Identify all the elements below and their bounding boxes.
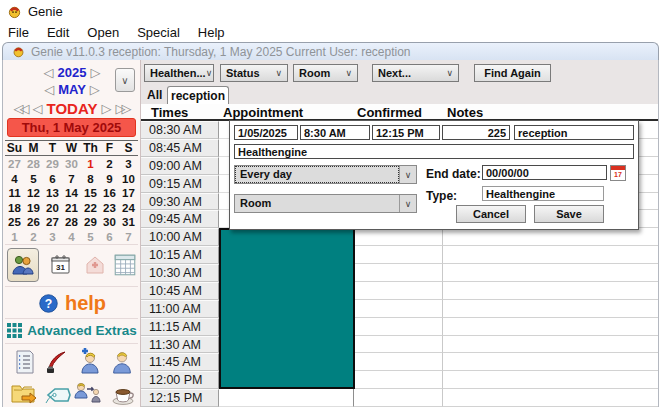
menu-special[interactable]: Special <box>129 23 190 42</box>
calendar-day[interactable]: 20 <box>43 201 62 216</box>
calendar-day[interactable]: 29 <box>81 215 100 230</box>
calendar-day[interactable]: 14 <box>62 186 81 201</box>
calendar-day[interactable]: 3 <box>43 230 62 245</box>
calendar-day[interactable]: 6 <box>100 230 119 245</box>
calendar-day[interactable]: 26 <box>24 215 43 230</box>
calendar-day[interactable]: 6 <box>43 172 62 187</box>
calendar-day[interactable]: 4 <box>5 172 24 187</box>
transfer-patient-button[interactable] <box>73 378 103 407</box>
clinic-button[interactable] <box>79 248 111 282</box>
confirmed-cell[interactable] <box>354 228 443 246</box>
next-month-arrow[interactable]: ▷ <box>90 83 100 96</box>
calendar-day[interactable]: 7 <box>119 230 138 245</box>
help-button[interactable]: ? help <box>3 292 141 315</box>
forward-week-arrow[interactable]: ▷▷ <box>115 102 127 115</box>
prev-year-arrow[interactable]: ◁ <box>44 66 54 79</box>
calendar-day[interactable]: 5 <box>81 230 100 245</box>
patient-button[interactable] <box>107 346 137 376</box>
type-field[interactable] <box>482 186 604 201</box>
add-patient-button[interactable] <box>73 346 103 376</box>
healthengine-appointment-block[interactable] <box>219 228 355 389</box>
notes-cell[interactable] <box>443 371 658 389</box>
calendar-day[interactable]: 17 <box>119 186 138 201</box>
notes-cell[interactable] <box>443 336 658 354</box>
calendar-day[interactable]: 28 <box>24 157 43 172</box>
calendar-day[interactable]: 31 <box>119 215 138 230</box>
notes-cell[interactable] <box>443 318 658 336</box>
today-button[interactable]: TODAY <box>47 100 98 117</box>
export-records-button[interactable] <box>9 378 39 407</box>
calendar-day[interactable]: 2 <box>24 230 43 245</box>
calendar-day[interactable]: 4 <box>62 230 81 245</box>
day-calendar-button[interactable]: 31 <box>45 248 77 282</box>
confirmed-cell[interactable] <box>354 300 443 318</box>
appointment-name-field[interactable] <box>234 144 634 159</box>
calendar-day[interactable]: 24 <box>119 201 138 216</box>
filter-dropdown-healthen[interactable]: Healthen...∨ <box>144 64 214 82</box>
tab-all[interactable]: All <box>147 88 162 102</box>
calendar-day[interactable]: 1 <box>5 230 24 245</box>
calendar-day[interactable]: 5 <box>24 172 43 187</box>
calendar-day[interactable]: 3 <box>119 157 138 172</box>
notes-cell[interactable] <box>443 264 658 282</box>
cancel-button[interactable]: Cancel <box>456 205 526 223</box>
calendar-day[interactable]: 30 <box>62 157 81 172</box>
calendar-day[interactable]: 18 <box>5 201 24 216</box>
confirmed-cell[interactable] <box>354 371 443 389</box>
filter-dropdown-next[interactable]: Next...∨ <box>372 64 459 82</box>
room-select[interactable]: Room ∨ <box>234 194 417 213</box>
filter-dropdown-status[interactable]: Status∨ <box>220 64 288 82</box>
date-picker-icon[interactable]: 17 <box>610 165 626 181</box>
end-time-field[interactable] <box>372 125 440 140</box>
calendar-day[interactable]: 8 <box>81 172 100 187</box>
break-button[interactable] <box>109 380 139 407</box>
notes-cell[interactable] <box>443 246 658 264</box>
confirmed-cell[interactable] <box>354 282 443 300</box>
menu-file[interactable]: File <box>0 23 39 42</box>
confirmed-cell[interactable] <box>354 264 443 282</box>
end-date-field[interactable] <box>482 165 607 180</box>
appointments-button[interactable] <box>7 248 39 282</box>
user-field[interactable] <box>514 125 634 140</box>
calendar-day[interactable]: 7 <box>62 172 81 187</box>
calendar-day[interactable]: 15 <box>81 186 100 201</box>
calendar-day[interactable]: 10 <box>119 172 138 187</box>
calendar-day[interactable]: 16 <box>100 186 119 201</box>
confirmed-cell[interactable] <box>354 389 443 407</box>
calendar-day[interactable]: 1 <box>81 157 100 172</box>
save-button[interactable]: Save <box>534 205 604 223</box>
recurrence-select[interactable]: Every day ∨ <box>234 165 417 184</box>
calendar-day[interactable]: 28 <box>62 215 81 230</box>
calendar-day[interactable]: 23 <box>100 201 119 216</box>
confirmed-cell[interactable] <box>354 353 443 371</box>
appointment-date-field[interactable] <box>234 125 298 140</box>
spreadsheet-button[interactable] <box>109 248 141 282</box>
tab-reception[interactable]: reception <box>167 86 229 104</box>
calendar-day[interactable]: 2 <box>100 157 119 172</box>
calendar-view-dropdown[interactable]: ∨ <box>115 68 135 92</box>
find-again-button[interactable]: Find Again <box>474 64 551 82</box>
confirmed-cell[interactable] <box>354 336 443 354</box>
calendar-day[interactable]: 27 <box>43 215 62 230</box>
letter-writer-button[interactable] <box>41 347 71 377</box>
calendar-day[interactable]: 11 <box>5 186 24 201</box>
calendar-day[interactable]: 25 <box>5 215 24 230</box>
calendar-day[interactable]: 22 <box>81 201 100 216</box>
menu-edit[interactable]: Edit <box>39 23 79 42</box>
forward-day-arrow[interactable]: ▷ <box>101 102 111 115</box>
calendar-day[interactable]: 21 <box>62 201 81 216</box>
calendar-day[interactable]: 27 <box>5 157 24 172</box>
advanced-extras-button[interactable]: Advanced Extras <box>3 323 141 338</box>
menu-help[interactable]: Help <box>190 23 235 42</box>
next-year-arrow[interactable]: ▷ <box>90 66 100 79</box>
calendar-day[interactable]: 12 <box>24 186 43 201</box>
count-field[interactable] <box>442 125 510 140</box>
notes-cell[interactable] <box>443 300 658 318</box>
calendar-day[interactable]: 9 <box>100 172 119 187</box>
notes-cell[interactable] <box>443 353 658 371</box>
task-list-button[interactable] <box>9 347 39 377</box>
calendar-day[interactable]: 13 <box>43 186 62 201</box>
notes-cell[interactable] <box>443 282 658 300</box>
appointment-cell[interactable] <box>219 389 354 407</box>
back-week-arrow[interactable]: ◁◁ <box>14 102 26 115</box>
